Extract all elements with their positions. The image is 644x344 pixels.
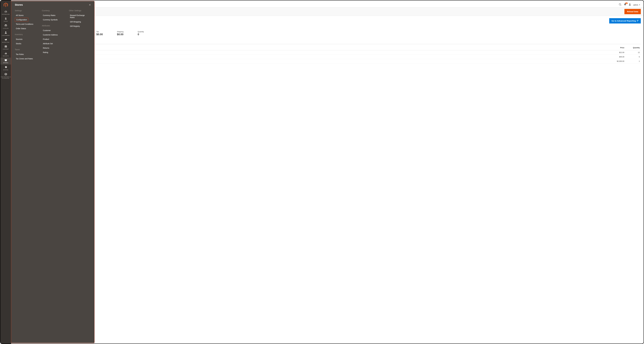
- nav-system[interactable]: SYSTEM: [0, 65, 11, 72]
- advanced-reporting-button[interactable]: Go to Advanced Reporting: [609, 18, 641, 24]
- nav-partners[interactable]: FIND PARTNERS & EXTENSIONS: [0, 72, 11, 80]
- flyout-link-order-status[interactable]: Order Status: [15, 27, 27, 31]
- nav-stores[interactable]: STORES: [0, 58, 11, 65]
- flyout-group-heading: Taxes: [15, 48, 37, 51]
- nav-content[interactable]: CONTENT: [0, 44, 11, 51]
- stat-value: $0.00: [117, 33, 124, 36]
- admin-sidebar: DASHBOARD $ SALES CATALOG CUSTOMERS MARK…: [0, 1, 11, 343]
- stat-label: Shipping: [117, 31, 124, 33]
- admin-menu[interactable]: admin ▼: [633, 4, 640, 6]
- layout-icon: [0, 45, 11, 48]
- flyout-link-reward-exchange-rates[interactable]: Reward Exchange Rates: [69, 14, 91, 19]
- notifications-icon[interactable]: 39: [624, 3, 626, 7]
- flyout-link-customer-address[interactable]: Customer Address: [42, 33, 59, 37]
- main-content: 39 admin ▼ Reload Data reports tailored …: [11, 1, 644, 343]
- cell-qty: 1: [625, 59, 641, 63]
- cell-price: $2,000.00: [589, 59, 625, 63]
- nav-label: SYSTEM: [0, 69, 11, 71]
- flyout-title: Stores: [15, 3, 23, 6]
- nav-label: FIND PARTNERS & EXTENSIONS: [0, 76, 11, 79]
- user-icon: [629, 3, 631, 6]
- nav-label: CUSTOMERS: [0, 35, 11, 36]
- table-row[interactable]: $2,000.001: [14, 59, 641, 63]
- gear-icon: [0, 66, 11, 69]
- table-row[interactable]: $45.005: [14, 55, 641, 59]
- flyout-link-gift-wrapping[interactable]: Gift Wrapping: [69, 20, 82, 24]
- person-icon: [0, 31, 11, 34]
- stat-label: Quantity: [138, 31, 144, 33]
- nav-label: REPORTS: [0, 55, 11, 57]
- col-price: Price: [589, 45, 625, 50]
- cell-price: $45.00: [589, 55, 625, 59]
- advanced-reporting-label: Go to Advanced Reporting: [612, 20, 636, 22]
- nav-label: DASHBOARD: [0, 14, 11, 15]
- dollar-icon: $: [0, 17, 11, 20]
- flyout-link-rating[interactable]: Rating: [42, 50, 49, 54]
- cell-qty: 5: [625, 55, 641, 59]
- nav-customers[interactable]: CUSTOMERS: [0, 30, 11, 37]
- stores-flyout: Stores ✕ SettingsAll StoresConfiguration…: [11, 1, 94, 343]
- flyout-link-all-stores[interactable]: All Stores: [15, 14, 24, 17]
- nav-label: STORES: [0, 62, 11, 63]
- flyout-link-tax-zones-and-rates[interactable]: Tax Zones and Rates: [15, 57, 34, 61]
- flyout-link-tax-rules[interactable]: Tax Rules: [15, 52, 25, 56]
- flyout-group-heading: Other Settings: [69, 10, 91, 12]
- flyout-link-gift-registry[interactable]: Gift Registry: [69, 24, 81, 28]
- cell-price: $22.00: [589, 50, 625, 55]
- admin-username: admin: [633, 4, 638, 6]
- flyout-link-currency-symbols[interactable]: Currency Symbols: [42, 18, 58, 22]
- megaphone-icon: [0, 39, 11, 41]
- nav-dashboard[interactable]: DASHBOARD: [0, 9, 11, 16]
- nav-label: CONTENT: [0, 49, 11, 50]
- magento-logo: [0, 1, 11, 9]
- stat-value: $0.00: [96, 33, 103, 36]
- flyout-link-stocks[interactable]: Stocks: [15, 42, 22, 46]
- external-link-icon: [637, 20, 638, 22]
- flyout-link-configuration[interactable]: Configuration: [15, 18, 28, 22]
- flyout-link-customer[interactable]: Customer: [42, 29, 52, 32]
- bestsellers-table: Price Quantity $22.0012$45.005$2,000.001: [14, 45, 641, 63]
- flyout-link-attribute-set[interactable]: Attribute Set: [42, 42, 54, 46]
- chevron-down-icon: ▼: [639, 4, 640, 6]
- nav-sales[interactable]: $ SALES: [0, 16, 11, 23]
- flyout-link-terms-and-conditions[interactable]: Terms and Conditions: [15, 22, 34, 26]
- stat-value: 0: [138, 33, 144, 36]
- bars-icon: [0, 52, 11, 55]
- gauge-icon: [0, 11, 11, 13]
- nav-label: CATALOG: [0, 28, 11, 29]
- search-icon[interactable]: [619, 3, 622, 7]
- flyout-link-sources[interactable]: Sources: [15, 37, 24, 41]
- notification-badge: 39: [625, 3, 628, 4]
- stat-label: Tax: [96, 31, 103, 33]
- nav-label: MARKETING: [0, 42, 11, 43]
- flyout-group-heading: Settings: [15, 10, 37, 12]
- close-icon[interactable]: ✕: [89, 4, 91, 6]
- partners-icon: [0, 73, 11, 76]
- flyout-group-heading: Currency: [42, 10, 64, 12]
- cell-qty: 12: [625, 50, 641, 55]
- nav-catalog[interactable]: CATALOG: [0, 23, 11, 30]
- col-qty: Quantity: [625, 45, 641, 50]
- flyout-group-heading: Attributes: [42, 25, 64, 27]
- flyout-link-returns[interactable]: Returns: [42, 46, 50, 50]
- nav-marketing[interactable]: MARKETING: [0, 37, 11, 44]
- box-icon: [0, 24, 11, 27]
- nav-label: SALES: [0, 21, 11, 22]
- flyout-link-currency-rates[interactable]: Currency Rates: [42, 14, 56, 17]
- chart-hint: e the chart, click here.: [14, 27, 641, 29]
- storefront-icon: [0, 59, 11, 62]
- flyout-group-heading: Inventory: [15, 33, 37, 36]
- nav-reports[interactable]: REPORTS: [0, 51, 11, 58]
- table-row[interactable]: $22.0012: [14, 50, 641, 55]
- flyout-link-product[interactable]: Product: [42, 37, 50, 41]
- reload-data-button[interactable]: Reload Data: [624, 9, 641, 14]
